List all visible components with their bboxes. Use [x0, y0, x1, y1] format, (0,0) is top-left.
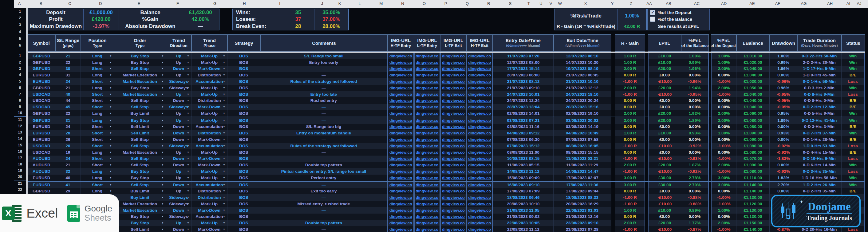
cell-img-url-ltf-exit[interactable]: dingview.co — [440, 104, 467, 110]
cell-img-url-htf-exit[interactable]: dingview.co — [467, 91, 493, 98]
dropdown-arrow-icon[interactable]: ▼ — [161, 196, 164, 199]
cell-img-url-ltf-entry[interactable]: dingview.co — [414, 162, 440, 168]
dropdown-arrow-icon[interactable]: ▼ — [161, 222, 164, 224]
cell-img-url-htf-entry[interactable]: dingview.co — [388, 214, 414, 220]
dropdown-arrow-icon[interactable]: ▼ — [187, 112, 189, 115]
cell-img-url-htf-exit[interactable]: dingview.co — [467, 214, 493, 220]
dropdown-arrow-icon[interactable]: ▼ — [223, 209, 225, 212]
dropdown-arrow-icon[interactable]: ▼ — [223, 157, 225, 160]
image-link[interactable]: dingview.co — [468, 137, 491, 142]
image-link[interactable]: dingview.co — [390, 189, 412, 193]
cell-img-url-htf-exit[interactable]: dingview.co — [467, 85, 493, 91]
cell-trend-phase[interactable]: Distribution▼ — [191, 194, 227, 201]
cell-img-url-ltf-exit[interactable]: dingview.co — [440, 97, 467, 104]
cell-trend-direction[interactable]: Sideways▼ — [166, 194, 191, 201]
cell-trend-phase[interactable]: Accumulation▼ — [191, 214, 227, 220]
cell-img-url-ltf-entry[interactable]: dingview.co — [414, 226, 440, 232]
image-link[interactable]: dingview.co — [416, 105, 439, 109]
dropdown-arrow-icon[interactable]: ▼ — [187, 196, 189, 199]
cell-img-url-ltf-exit[interactable]: dingview.co — [440, 72, 467, 78]
image-link[interactable]: dingview.co — [468, 169, 491, 174]
image-link[interactable]: dingview.co — [442, 163, 465, 167]
cell-trend-direction[interactable]: Sideways▼ — [166, 85, 191, 91]
cell-img-url-htf-exit[interactable]: dingview.co — [467, 226, 493, 232]
cell-order-type[interactable]: Buy Stop▼ — [114, 175, 166, 181]
dropdown-arrow-icon[interactable]: ▼ — [110, 119, 112, 122]
cell-position-type[interactable]: Long▼ — [81, 53, 114, 59]
cell-order-type[interactable]: Buy Stop▼ — [114, 85, 166, 91]
image-link[interactable]: dingview.co — [416, 208, 439, 212]
image-link[interactable]: dingview.co — [468, 202, 491, 206]
cell-trend-phase[interactable]: Mark-Down▼ — [191, 162, 227, 168]
dropdown-arrow-icon[interactable]: ▼ — [187, 74, 189, 76]
cell-img-url-ltf-exit[interactable]: dingview.co — [440, 91, 467, 98]
cell-img-url-ltf-entry[interactable]: dingview.co — [414, 182, 440, 188]
cell-img-url-ltf-entry[interactable]: dingview.co — [414, 117, 440, 124]
dropdown-arrow-icon[interactable]: ▼ — [161, 119, 164, 122]
cell-img-url-htf-entry[interactable]: dingview.co — [388, 53, 414, 59]
cell-img-url-htf-exit[interactable]: dingview.co — [467, 72, 493, 78]
image-link[interactable]: dingview.co — [468, 214, 491, 219]
balance-checkbox[interactable]: ✓ — [650, 16, 655, 22]
dropdown-arrow-icon[interactable]: ▼ — [161, 163, 164, 166]
cell-trend-direction[interactable]: Up▼ — [166, 91, 191, 98]
cell-img-url-ltf-entry[interactable]: dingview.co — [414, 214, 440, 220]
cell-img-url-htf-entry[interactable]: dingview.co — [388, 104, 414, 110]
image-link[interactable]: dingview.co — [442, 189, 465, 193]
image-link[interactable]: dingview.co — [468, 111, 491, 116]
cell-img-url-ltf-entry[interactable]: dingview.co — [414, 207, 440, 214]
cell-trend-direction[interactable]: Sideways▼ — [166, 201, 191, 207]
image-link[interactable]: dingview.co — [442, 60, 465, 65]
image-link[interactable]: dingview.co — [442, 169, 465, 174]
dropdown-arrow-icon[interactable]: ▼ — [161, 145, 164, 147]
image-link[interactable]: dingview.co — [390, 111, 412, 116]
dropdown-arrow-icon[interactable]: ▼ — [110, 54, 112, 57]
image-link[interactable]: dingview.co — [416, 202, 439, 206]
image-link[interactable]: dingview.co — [416, 150, 439, 155]
image-link[interactable]: dingview.co — [442, 144, 465, 148]
image-link[interactable]: dingview.co — [468, 73, 491, 77]
cell-img-url-htf-exit[interactable]: dingview.co — [467, 220, 493, 226]
dropdown-arrow-icon[interactable]: ▼ — [161, 67, 164, 70]
cell-img-url-ltf-entry[interactable]: dingview.co — [414, 168, 440, 175]
cell-img-url-ltf-entry[interactable]: dingview.co — [414, 97, 440, 104]
cell-img-url-htf-entry[interactable]: dingview.co — [388, 226, 414, 232]
image-link[interactable]: dingview.co — [442, 221, 465, 225]
dropdown-arrow-icon[interactable]: ▼ — [187, 86, 189, 89]
image-link[interactable]: dingview.co — [416, 144, 439, 148]
image-link[interactable]: dingview.co — [390, 118, 412, 123]
cell-img-url-ltf-entry[interactable]: dingview.co — [414, 220, 440, 226]
cell-position-type[interactable]: Short▼ — [81, 124, 114, 130]
cell-order-type[interactable]: Buy Stop▼ — [114, 220, 166, 226]
cell-img-url-htf-entry[interactable]: dingview.co — [388, 66, 414, 72]
cell-img-url-htf-exit[interactable]: dingview.co — [467, 97, 493, 104]
cell-img-url-ltf-exit[interactable]: dingview.co — [440, 182, 467, 188]
dropdown-arrow-icon[interactable]: ▼ — [161, 54, 164, 57]
cell-img-url-ltf-exit[interactable]: dingview.co — [440, 194, 467, 201]
image-link[interactable]: dingview.co — [468, 144, 491, 148]
image-link[interactable]: dingview.co — [468, 189, 491, 193]
cell-img-url-htf-entry[interactable]: dingview.co — [388, 110, 414, 117]
dropdown-arrow-icon[interactable]: ▼ — [161, 74, 164, 76]
cell-position-type[interactable]: Long▼ — [81, 175, 114, 181]
cell-position-type[interactable]: Short▼ — [81, 78, 114, 85]
image-link[interactable]: dingview.co — [468, 118, 491, 123]
dropdown-arrow-icon[interactable]: ▼ — [223, 80, 225, 83]
dropdown-arrow-icon[interactable]: ▼ — [187, 177, 189, 179]
cell-trend-phase[interactable]: Accumulation▼ — [191, 143, 227, 149]
dropdown-arrow-icon[interactable]: ▼ — [223, 54, 225, 57]
dropdown-arrow-icon[interactable]: ▼ — [187, 119, 189, 122]
cell-order-type[interactable]: Buy Stop▼ — [114, 168, 166, 175]
dropdown-arrow-icon[interactable]: ▼ — [161, 190, 164, 192]
cell-img-url-ltf-exit[interactable]: dingview.co — [440, 226, 467, 232]
cell-order-type[interactable]: Buy Stop▼ — [114, 53, 166, 59]
dropdown-arrow-icon[interactable]: ▼ — [187, 138, 189, 141]
cell-trend-phase[interactable]: Mark-Up▼ — [191, 117, 227, 124]
cell-order-type[interactable]: Sell Stop▼ — [114, 143, 166, 149]
dropdown-arrow-icon[interactable]: ▼ — [161, 93, 164, 96]
image-link[interactable]: dingview.co — [468, 66, 491, 71]
image-link[interactable]: dingview.co — [468, 156, 491, 161]
cell-img-url-ltf-exit[interactable]: dingview.co — [440, 188, 467, 194]
cell-trend-phase[interactable]: Distribution▼ — [191, 130, 227, 136]
cell-img-url-ltf-entry[interactable]: dingview.co — [414, 110, 440, 117]
